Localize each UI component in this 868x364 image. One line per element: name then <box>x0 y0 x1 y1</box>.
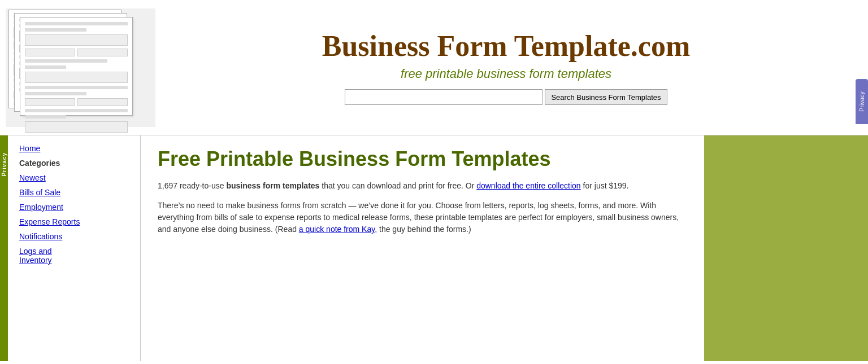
privacy-side-bar[interactable]: Privacy <box>0 135 8 361</box>
site-header: Business Form Template.com free printabl… <box>0 0 868 135</box>
intro-paragraph: 1,697 ready-to-use business form templat… <box>158 180 687 192</box>
privacy-tab[interactable]: Privacy <box>856 79 868 124</box>
intro-bold: business form templates <box>226 181 319 190</box>
sidebar: Home Categories Newest Bills of Sale Emp… <box>8 135 141 361</box>
right-panel <box>704 135 868 361</box>
sidebar-categories-label: Categories <box>19 159 134 168</box>
intro-price: for just $199. <box>581 181 629 190</box>
sidebar-item-notifications[interactable]: Notifications <box>19 232 134 241</box>
page-heading: Free Printable Business Form Templates <box>158 147 687 171</box>
sidebar-wrapper: Privacy Home Categories Newest Bills of … <box>0 135 141 361</box>
body-text-end: , the guy behind the forms.) <box>375 225 471 234</box>
body-paragraph: There’s no need to make business forms f… <box>158 200 687 235</box>
privacy-tab-label: Privacy <box>858 91 865 112</box>
site-logo-image <box>6 8 155 127</box>
intro-count: 1,697 <box>158 181 177 190</box>
main-area: Privacy Home Categories Newest Bills of … <box>0 135 868 361</box>
kay-note-link[interactable]: a quick note from Kay <box>299 225 375 234</box>
search-button[interactable]: Search Business Form Templates <box>545 89 667 105</box>
download-collection-link[interactable]: download the entire collection <box>476 181 580 190</box>
site-subtitle: free printable business form templates <box>401 67 611 81</box>
privacy-side-label: Privacy <box>1 152 7 177</box>
main-content: Free Printable Business Form Templates 1… <box>141 135 704 361</box>
sidebar-item-logs-inventory[interactable]: Logs andInventory <box>19 247 134 265</box>
intro-text-after: that you can download and print for free… <box>319 181 476 190</box>
search-input[interactable] <box>345 89 542 105</box>
intro-text-before: ready-to-use <box>177 181 226 190</box>
sidebar-item-bills-of-sale[interactable]: Bills of Sale <box>19 188 134 197</box>
sidebar-item-home[interactable]: Home <box>19 144 134 153</box>
search-bar: Search Business Form Templates <box>345 89 667 105</box>
sidebar-item-employment[interactable]: Employment <box>19 203 134 212</box>
header-text-area: Business Form Template.com free printabl… <box>155 24 857 111</box>
sidebar-item-expense-reports[interactable]: Expense Reports <box>19 217 134 226</box>
sidebar-item-newest[interactable]: Newest <box>19 173 134 182</box>
site-title: Business Form Template.com <box>322 30 690 62</box>
